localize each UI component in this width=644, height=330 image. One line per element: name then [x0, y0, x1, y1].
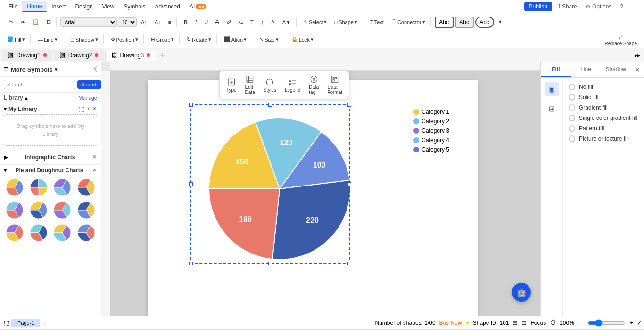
- rp-pattern-button[interactable]: ⊞: [545, 102, 559, 116]
- bold-button[interactable]: B: [181, 17, 191, 27]
- subscript-button[interactable]: x₂: [235, 17, 247, 27]
- handle-ml[interactable]: [189, 182, 193, 186]
- style-shape-1[interactable]: Abc: [435, 17, 454, 28]
- sidebar-dropdown[interactable]: ▾: [55, 67, 58, 73]
- superscript-button[interactable]: x²: [223, 17, 234, 27]
- line-height-button[interactable]: ↕: [258, 17, 267, 27]
- right-panel-close-button[interactable]: ✕: [631, 62, 644, 77]
- style-shape-2[interactable]: Abc: [455, 17, 474, 28]
- pie-thumbnail[interactable]: [51, 199, 72, 220]
- font-decrease-button[interactable]: A↓: [151, 17, 164, 27]
- handle-tr[interactable]: [347, 103, 351, 107]
- tab-drawing3[interactable]: 🖼 Drawing3: [105, 50, 156, 61]
- timer-button[interactable]: ⏱: [550, 319, 556, 326]
- help-button[interactable]: ?: [617, 2, 626, 11]
- handle-bl[interactable]: [189, 262, 193, 265]
- publish-button[interactable]: Publish: [524, 2, 552, 11]
- pie-thumbnail[interactable]: [75, 177, 96, 197]
- font-color-button[interactable]: A: [268, 17, 278, 27]
- text-format-button[interactable]: T: [247, 17, 257, 27]
- pie-thumbnail[interactable]: [4, 222, 25, 243]
- fit-button[interactable]: ⊡: [521, 319, 527, 326]
- size-button[interactable]: ⤡ Size ▾: [256, 34, 281, 44]
- connector-button[interactable]: ⌒ Connector ▾: [388, 17, 429, 27]
- lock-button[interactable]: 🔒 Lock ▾: [288, 34, 317, 44]
- fullscreen-button[interactable]: ⤢: [637, 319, 642, 326]
- tab-drawing2[interactable]: 🖼 Drawing2: [54, 50, 105, 61]
- pie-thumbnail[interactable]: [75, 199, 96, 220]
- pie-thumbnail[interactable]: [4, 199, 25, 220]
- infographic-header[interactable]: ▶ Infographic Charts ✕: [4, 152, 97, 162]
- pie-thumbnail[interactable]: [28, 222, 49, 243]
- menu-insert[interactable]: Insert: [47, 1, 70, 12]
- my-library-export-button[interactable]: ⬚: [79, 105, 84, 112]
- pie-thumbnail[interactable]: [75, 222, 96, 243]
- menu-symbols[interactable]: Symbols: [119, 1, 150, 12]
- handle-tm[interactable]: [268, 103, 272, 107]
- replace-shape-button[interactable]: ⇄ Replace Shape: [602, 32, 640, 47]
- ft-type-button[interactable]: Type: [223, 76, 240, 94]
- pie-thumbnail[interactable]: [51, 222, 72, 243]
- fill-option-pattern[interactable]: Pattern fill: [569, 125, 637, 132]
- pie-thumbnail[interactable]: [51, 177, 72, 197]
- select-button[interactable]: ↖ Select ▾: [300, 17, 330, 27]
- my-library-add-button[interactable]: +: [86, 105, 90, 112]
- zoom-slider[interactable]: [588, 319, 626, 327]
- window-minimize-button[interactable]: —: [629, 2, 640, 11]
- style-shape-3[interactable]: Abc: [475, 17, 494, 28]
- align-button[interactable]: ≡: [165, 17, 174, 27]
- menu-view[interactable]: View: [98, 1, 119, 12]
- rp-tab-fill[interactable]: Fill: [541, 62, 571, 77]
- options-button[interactable]: ⚙ Options: [583, 2, 614, 11]
- handle-tl[interactable]: [189, 103, 193, 107]
- menu-home[interactable]: Home: [22, 1, 47, 12]
- search-button[interactable]: Search: [77, 80, 101, 89]
- ft-data-tag-button[interactable]: Data tag: [305, 73, 322, 97]
- menu-ai[interactable]: AI hot: [185, 1, 211, 12]
- zoom-out-button[interactable]: —: [578, 319, 584, 326]
- shadow-button[interactable]: ◻ Shadow ▾: [67, 34, 101, 44]
- infographic-close-button[interactable]: ✕: [92, 153, 97, 161]
- italic-button[interactable]: I: [192, 17, 200, 27]
- fill-option-single-color[interactable]: Single color gradient fill: [569, 115, 637, 121]
- ai-assistant-button[interactable]: 🤖: [512, 283, 531, 302]
- add-tab-button[interactable]: +: [157, 51, 167, 59]
- copy-format-button[interactable]: ❧: [17, 17, 28, 27]
- ft-styles-button[interactable]: Styles: [260, 76, 280, 94]
- fill-option-gradient[interactable]: Gradient fill: [569, 104, 637, 111]
- font-family-select[interactable]: Arial: [60, 17, 117, 27]
- menu-advanced[interactable]: Advanced: [150, 1, 185, 12]
- menu-design[interactable]: Design: [70, 1, 97, 12]
- page-tab-1[interactable]: Page-1: [11, 319, 40, 327]
- rp-tab-shadow[interactable]: Shadow: [601, 62, 631, 77]
- shape-button[interactable]: □ Shape ▾: [331, 17, 360, 27]
- ft-legend-button[interactable]: Legend: [281, 76, 304, 94]
- tab-expand-button[interactable]: ▸▸: [635, 52, 644, 59]
- position-button[interactable]: ✥ Position ▾: [107, 34, 141, 44]
- layer-button[interactable]: ⊞: [512, 319, 518, 326]
- fill-option-picture[interactable]: Picture or texture fill: [569, 135, 637, 142]
- buy-now-link[interactable]: Buy Now: [439, 320, 462, 326]
- manage-link[interactable]: Manage: [78, 95, 97, 101]
- sidebar-collapse-button[interactable]: 《: [91, 65, 97, 74]
- cut-button[interactable]: ✂: [6, 17, 17, 27]
- chart-container[interactable]: Type Edit Data Styles Legend: [176, 94, 393, 269]
- font-increase-button[interactable]: A↑: [138, 17, 150, 27]
- text-button[interactable]: T Text: [367, 17, 387, 27]
- ft-data-format-button[interactable]: Data Format: [323, 73, 346, 97]
- search-input[interactable]: [4, 80, 75, 89]
- strikethrough-button[interactable]: S: [212, 17, 222, 27]
- paste-button[interactable]: 📋: [29, 17, 42, 27]
- rp-fill-mode-button[interactable]: ◉: [545, 82, 559, 96]
- zoom-in-button[interactable]: +: [629, 319, 633, 326]
- pie-section-close-button[interactable]: ✕: [92, 167, 97, 174]
- focus-label[interactable]: Focus: [530, 320, 546, 326]
- pie-thumbnail[interactable]: [28, 199, 49, 220]
- clone-button[interactable]: ⊞: [43, 17, 54, 27]
- pie-thumbnail[interactable]: [28, 177, 49, 197]
- page-icon-button[interactable]: ⬚: [2, 319, 11, 326]
- line-button[interactable]: — Line ▾: [34, 34, 61, 44]
- highlight-button[interactable]: A▼: [279, 17, 294, 27]
- fill-option-solid[interactable]: Solid fill: [569, 94, 637, 101]
- my-library-close-button[interactable]: ✕: [92, 105, 97, 112]
